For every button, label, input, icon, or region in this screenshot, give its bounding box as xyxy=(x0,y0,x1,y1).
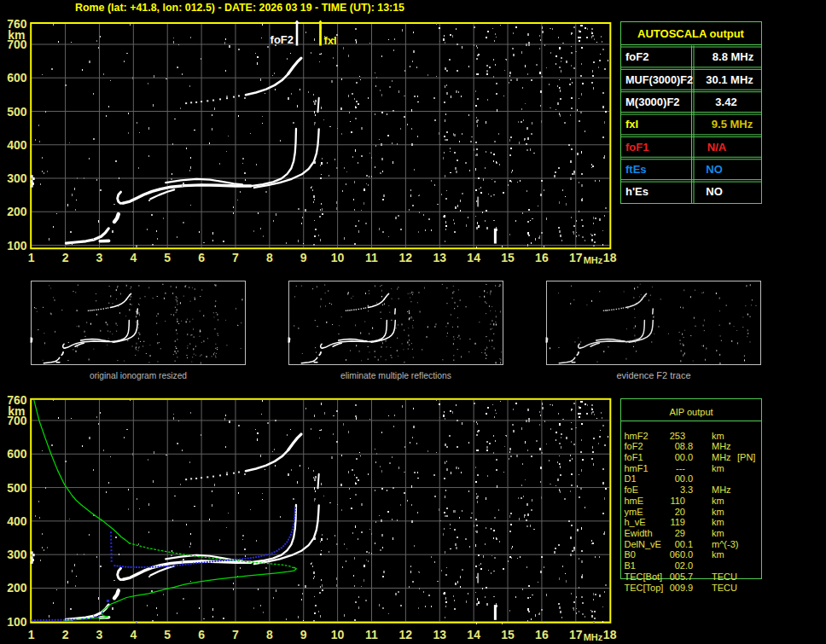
svg-text:11: 11 xyxy=(365,628,378,641)
svg-text:foF2: foF2 xyxy=(270,33,294,46)
svg-text:8.8 MHz: 8.8 MHz xyxy=(713,50,754,63)
svg-text:h'Es: h'Es xyxy=(625,185,649,198)
svg-text:km: km xyxy=(8,28,25,42)
svg-text:300: 300 xyxy=(7,548,27,561)
svg-text:km: km xyxy=(712,549,724,560)
svg-text:.3: .3 xyxy=(685,484,693,495)
svg-text:.0: .0 xyxy=(685,560,693,571)
svg-text:N/A: N/A xyxy=(707,141,727,154)
svg-text:16: 16 xyxy=(535,251,549,264)
svg-text:NO: NO xyxy=(706,185,723,198)
svg-text:30.1 MHz: 30.1 MHz xyxy=(706,73,753,86)
svg-text:3: 3 xyxy=(96,251,103,264)
svg-text:TEC[Bot]: TEC[Bot] xyxy=(625,571,663,582)
svg-text:9: 9 xyxy=(300,628,307,641)
svg-text:AIP output: AIP output xyxy=(669,407,713,417)
svg-text:400: 400 xyxy=(7,514,27,528)
svg-text:km: km xyxy=(712,496,724,506)
svg-text:.0: .0 xyxy=(685,549,693,560)
svg-text:300: 300 xyxy=(7,171,27,185)
svg-text:AUTOSCALA output: AUTOSCALA output xyxy=(637,27,745,40)
svg-text:5: 5 xyxy=(164,251,171,264)
svg-text:hmE: hmE xyxy=(625,496,644,506)
svg-text:3.42: 3.42 xyxy=(715,96,736,108)
svg-text:MHz: MHz xyxy=(712,441,731,451)
svg-text:1: 1 xyxy=(28,628,35,641)
svg-text:500: 500 xyxy=(7,105,27,119)
svg-text:200: 200 xyxy=(7,581,27,595)
svg-text:500: 500 xyxy=(7,481,27,495)
svg-text:253: 253 xyxy=(670,431,685,441)
svg-text:009: 009 xyxy=(670,583,685,593)
svg-text:100: 100 xyxy=(7,239,27,252)
svg-text:10: 10 xyxy=(331,251,345,264)
svg-text:foF1: foF1 xyxy=(625,141,649,154)
svg-text:evidence F2 trace: evidence F2 trace xyxy=(617,370,691,380)
svg-text:[PN]: [PN] xyxy=(737,452,755,462)
svg-text:DelN_vE: DelN_vE xyxy=(625,539,661,549)
svg-text:9.5 MHz: 9.5 MHz xyxy=(712,118,753,131)
svg-text:km: km xyxy=(8,404,25,418)
svg-text:9: 9 xyxy=(300,251,307,264)
svg-text:060: 060 xyxy=(670,549,685,560)
svg-text:18: 18 xyxy=(603,251,617,264)
svg-text:B0: B0 xyxy=(625,549,636,560)
svg-text:00: 00 xyxy=(675,473,685,484)
svg-text:16: 16 xyxy=(535,628,549,641)
svg-text:11: 11 xyxy=(365,251,378,264)
svg-text:foF2: foF2 xyxy=(625,50,649,63)
svg-text:12: 12 xyxy=(399,251,413,264)
svg-text:02: 02 xyxy=(675,560,685,571)
svg-text:Ewidth: Ewidth xyxy=(625,528,653,538)
svg-text:D1: D1 xyxy=(625,473,637,484)
svg-text:km: km xyxy=(712,431,724,441)
svg-text:20: 20 xyxy=(675,507,685,517)
svg-text:TECU: TECU xyxy=(712,571,737,582)
svg-text:100: 100 xyxy=(7,615,27,629)
svg-text:fxI: fxI xyxy=(625,118,638,131)
svg-text:.1: .1 xyxy=(685,539,693,549)
svg-text:5: 5 xyxy=(164,628,171,641)
svg-text:MHz: MHz xyxy=(712,484,731,495)
svg-text:---: --- xyxy=(676,463,685,473)
svg-text:08: 08 xyxy=(675,441,685,451)
svg-text:200: 200 xyxy=(7,205,27,218)
svg-text:6: 6 xyxy=(198,251,205,264)
svg-text:13: 13 xyxy=(433,251,446,264)
svg-text:4: 4 xyxy=(130,628,137,641)
svg-text:3: 3 xyxy=(96,628,103,641)
svg-text:Rome (lat: +41.8, lon: 012.5): Rome (lat: +41.8, lon: 012.5) - DATE: 20… xyxy=(75,2,404,14)
svg-text:m^(-3): m^(-3) xyxy=(712,539,738,549)
svg-text:119: 119 xyxy=(670,517,685,527)
svg-text:13: 13 xyxy=(433,628,446,641)
svg-text:km: km xyxy=(712,517,724,527)
svg-text:foF1: foF1 xyxy=(625,452,643,462)
svg-text:15: 15 xyxy=(501,628,515,641)
svg-text:7: 7 xyxy=(232,251,239,264)
svg-text:4: 4 xyxy=(130,251,137,264)
svg-text:8: 8 xyxy=(266,628,273,641)
svg-text:17: 17 xyxy=(569,251,583,264)
svg-text:005: 005 xyxy=(670,571,685,582)
svg-text:10: 10 xyxy=(331,628,345,641)
svg-text:ftEs: ftEs xyxy=(625,163,647,176)
svg-text:.0: .0 xyxy=(685,452,693,462)
svg-text:.7: .7 xyxy=(685,571,693,582)
svg-text:MHz: MHz xyxy=(584,632,603,642)
svg-text:2: 2 xyxy=(62,251,69,264)
svg-text:15: 15 xyxy=(501,251,515,264)
svg-text:00: 00 xyxy=(675,452,685,462)
svg-text:110: 110 xyxy=(670,496,685,506)
svg-text:1: 1 xyxy=(28,251,35,264)
svg-text:h_vE: h_vE xyxy=(625,517,646,527)
svg-text:km: km xyxy=(712,507,724,517)
svg-text:km: km xyxy=(712,463,724,473)
svg-text:fxI: fxI xyxy=(324,34,337,47)
svg-text:hmF2: hmF2 xyxy=(625,431,649,441)
svg-text:MHz: MHz xyxy=(712,452,731,462)
svg-text:7: 7 xyxy=(232,628,239,641)
svg-text:km: km xyxy=(712,528,724,538)
svg-text:M(3000)F2: M(3000)F2 xyxy=(625,96,680,108)
svg-text:TECU: TECU xyxy=(712,583,737,593)
svg-text:original ionogram resized: original ionogram resized xyxy=(90,370,187,380)
